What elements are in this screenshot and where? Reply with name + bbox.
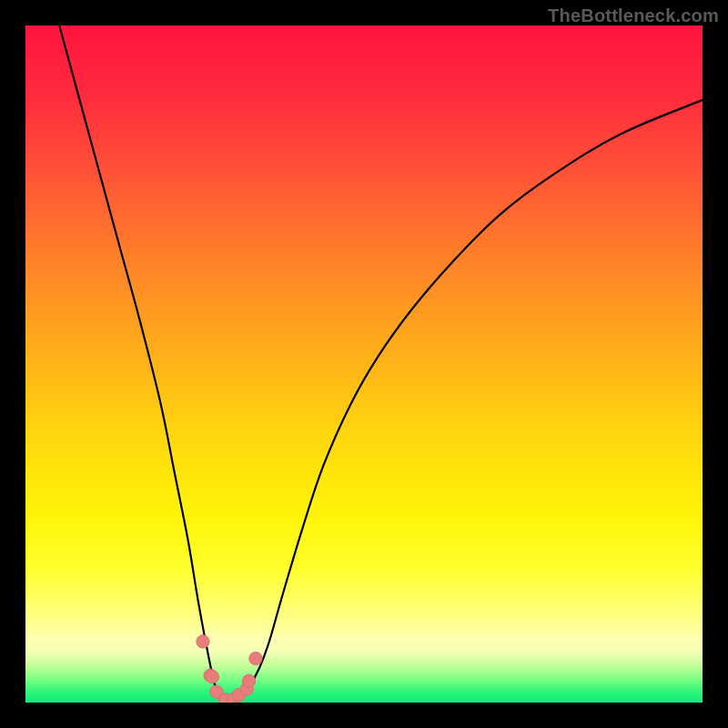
highlight-point <box>242 674 255 687</box>
chart-plot-area <box>25 25 703 703</box>
outer-frame: TheBottleneck.com <box>0 0 728 728</box>
highlight-points-group <box>197 635 262 703</box>
highlight-point <box>206 671 218 683</box>
bottleneck-curve <box>59 25 703 702</box>
watermark-text: TheBottleneck.com <box>548 5 719 26</box>
highlight-point <box>197 635 209 648</box>
highlight-point <box>249 652 262 664</box>
chart-svg-layer <box>25 25 703 703</box>
